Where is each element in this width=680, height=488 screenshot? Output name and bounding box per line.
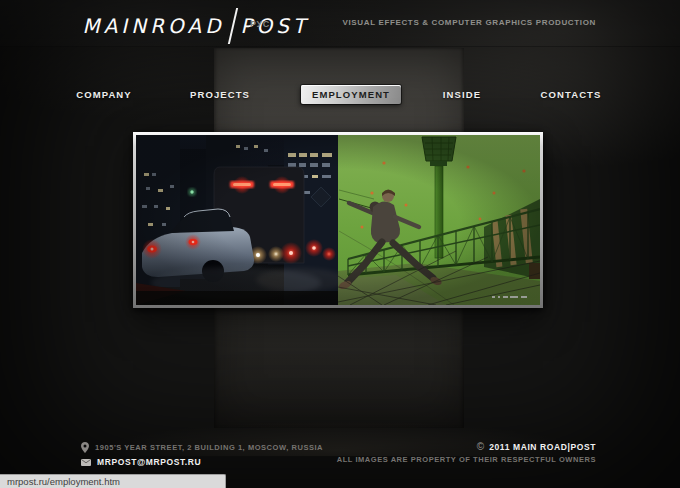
footer-legal-block: © 2011 MAIN ROAD|POST ALL IMAGES ARE PRO… xyxy=(337,442,596,464)
logo[interactable]: MAINROAD POST xyxy=(80,10,314,42)
browser-status-bar: mrpost.ru/employment.htm xyxy=(0,474,226,488)
nav-company[interactable]: COMPANY xyxy=(76,89,132,100)
nav-employment[interactable]: EMPLOYMENT xyxy=(301,85,401,104)
copyright-icon: © xyxy=(477,442,484,452)
page: MAINROAD POST РУС VISUAL EFFECTS & COMPU… xyxy=(0,0,680,488)
nav-inside[interactable]: INSIDE xyxy=(443,89,481,100)
showcase-slide-image xyxy=(136,135,540,305)
tagline: VISUAL EFFECTS & COMPUTER GRAPHICS PRODU… xyxy=(342,18,596,27)
email-link[interactable]: MRPOST@MRPOST.RU xyxy=(97,457,201,467)
location-pin-icon xyxy=(81,442,89,453)
status-url: mrpost.ru/employment.htm xyxy=(7,476,120,487)
slide-artwork xyxy=(136,135,540,305)
address-text: 1905'S YEAR STREET, 2 BUILDING 1, MOSCOW… xyxy=(95,443,323,452)
logo-divider-bar xyxy=(228,8,238,44)
envelope-icon xyxy=(81,459,91,466)
copyright-text: 2011 MAIN ROAD|POST xyxy=(489,442,596,452)
nav-projects[interactable]: PROJECTS xyxy=(190,89,250,100)
language-toggle-rus[interactable]: РУС xyxy=(250,19,270,29)
disclaimer-text: ALL IMAGES ARE PROPERTY OF THEIR RESPECT… xyxy=(337,455,596,464)
nav-contacts[interactable]: CONTACTS xyxy=(541,89,602,100)
footer-contact-block: 1905'S YEAR STREET, 2 BUILDING 1, MOSCOW… xyxy=(81,442,323,471)
showcase-slide-frame xyxy=(133,132,543,308)
logo-mainroad-text: MAINROAD xyxy=(81,14,229,38)
